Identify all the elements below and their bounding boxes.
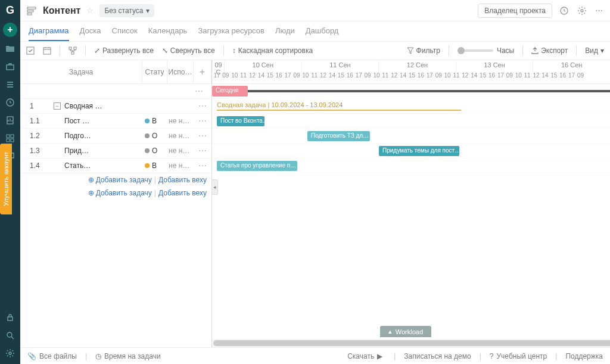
timeline-hour: 12 — [460, 72, 469, 84]
timeline-hour: 09 — [292, 72, 301, 84]
column-header-status[interactable]: Стату — [142, 60, 167, 83]
status-bar: 📎Все файлы | ◷Время на задачи Скачать ▶ … — [20, 347, 610, 364]
timeline-hour: 17 — [567, 72, 576, 84]
task-bar-prepare-brief[interactable]: Подготовить ТЗ дл… — [307, 131, 370, 141]
today-icon[interactable] — [43, 46, 51, 55]
zoom-slider[interactable]: Часы — [458, 46, 514, 55]
timeline-hour: 10 — [372, 72, 381, 84]
timeline-day: 09 С — [212, 60, 224, 72]
expand-all-button[interactable]: ⤢Развернуть все — [94, 46, 154, 55]
help-center-link[interactable]: ?Учебный центр — [490, 352, 547, 360]
briefcase-icon[interactable] — [4, 61, 16, 73]
add-task-link-1[interactable]: ⊕Добавить задачу — [88, 176, 152, 184]
add-milestone-link-1[interactable]: Добавить веху — [158, 176, 207, 184]
all-files-link[interactable]: 📎Все файлы — [27, 352, 77, 360]
search-icon[interactable] — [4, 329, 16, 341]
filter-icon — [407, 47, 414, 54]
task-bar-article[interactable]: Статья про управление п… — [217, 161, 297, 171]
add-milestone-link-2[interactable]: Добавить веху — [158, 189, 207, 197]
folder-icon[interactable] — [4, 43, 16, 55]
list-icon[interactable] — [4, 79, 16, 91]
project-summary-bar[interactable] — [248, 90, 610, 92]
add-task-link-2[interactable]: ⊕Добавить задачу — [88, 189, 152, 197]
select-all-icon[interactable] — [26, 46, 35, 55]
summary-task-dates: | 10.09.2024 - 13.09.2024 — [268, 101, 343, 108]
task-row[interactable]: 1.2 Подго… О не н… ⋯ — [20, 129, 211, 144]
project-status-dropdown[interactable]: Без статуса▾ — [99, 4, 154, 17]
grid-icon[interactable] — [4, 132, 16, 144]
collapse-toggle-icon[interactable]: − — [54, 102, 61, 110]
column-header-assignee[interactable]: Испо… — [167, 60, 194, 83]
task-name: Прид… — [54, 147, 89, 155]
status-cell[interactable]: В — [142, 161, 167, 170]
clock-icon[interactable] — [4, 97, 16, 108]
gantt-row: Статья про управление п… — [212, 158, 610, 173]
timeline-hour: 16 — [345, 72, 354, 84]
assignee-cell[interactable]: не н… — [167, 132, 194, 140]
cascade-sort-button[interactable]: ↕Каскадная сортировка — [232, 46, 313, 55]
add-column-button[interactable]: + — [194, 60, 211, 83]
tab-diagram[interactable]: Диаграмма — [29, 21, 69, 41]
assignee-cell[interactable]: не н… — [167, 117, 194, 125]
row-menu-icon[interactable]: ⋯ — [194, 146, 211, 155]
status-cell[interactable]: О — [142, 147, 167, 155]
row-menu-icon[interactable]: ⋯ — [190, 86, 208, 96]
download-link[interactable]: Скачать ▶ — [347, 352, 385, 360]
view-dropdown[interactable]: Вид▾ — [585, 46, 604, 55]
row-menu-icon[interactable]: ⋯ — [194, 116, 211, 126]
grid-collapse-handle[interactable]: ◂ — [212, 179, 218, 195]
tab-calendar[interactable]: Календарь — [148, 21, 188, 41]
row-menu-icon[interactable]: ⋯ — [194, 131, 211, 141]
lock-icon[interactable] — [4, 312, 16, 323]
time-tracking-link[interactable]: ◷Время на задачи — [95, 352, 161, 360]
support-link[interactable]: Поддержка — [565, 352, 603, 360]
horizontal-scrollbar[interactable] — [212, 339, 610, 347]
hierarchy-icon[interactable] — [69, 46, 77, 55]
tab-list[interactable]: Список — [112, 21, 138, 41]
workload-panel-toggle[interactable]: ▴Workload — [380, 326, 431, 337]
favorite-star-icon[interactable]: ☆ — [86, 6, 94, 15]
tab-board[interactable]: Доска — [80, 21, 101, 41]
assignee-cell[interactable]: не н… — [167, 147, 194, 155]
task-bar-think-topics[interactable]: Придумать темы для пост… — [379, 146, 459, 156]
filter-button[interactable]: Фильтр — [407, 46, 440, 55]
task-row[interactable]: 1 −Сводная … ⋯ — [20, 99, 211, 114]
status-cell[interactable]: О — [142, 132, 167, 140]
assignee-cell[interactable]: не н… — [167, 161, 194, 170]
collapse-all-button[interactable]: ⤡Свернуть все — [162, 46, 215, 55]
view-tabs: Диаграмма Доска Список Календарь Загрузк… — [20, 21, 610, 42]
task-bar-post-vk[interactable]: Пост во Вконта… — [217, 116, 264, 126]
settings-icon[interactable] — [576, 5, 588, 17]
project-owner-button[interactable]: Владелец проекта — [478, 4, 552, 18]
settings-rail-icon[interactable] — [4, 347, 16, 359]
report-icon[interactable] — [4, 114, 16, 126]
svg-point-9 — [9, 352, 11, 354]
android-icon: ▶ — [377, 352, 382, 360]
upgrade-account-button[interactable]: Улучшить аккаунт — [0, 144, 12, 214]
task-row[interactable]: 1.4 Стать… В не н… ⋯ — [20, 158, 211, 173]
timeline-hour: 14 — [328, 72, 337, 84]
summary-task-bar[interactable] — [217, 110, 461, 111]
timeline-hour: 14 — [256, 72, 265, 84]
status-cell[interactable]: В — [142, 117, 167, 125]
svg-rect-16 — [43, 48, 51, 54]
row-menu-icon[interactable]: ⋯ — [194, 161, 211, 170]
tab-workload[interactable]: Загрузка ресурсов — [198, 21, 264, 41]
column-header-task[interactable]: Задача — [20, 60, 142, 83]
book-demo-link[interactable]: Записаться на демо — [404, 352, 471, 360]
export-button[interactable]: Экспорт — [531, 46, 568, 55]
timeline-hour: 17 — [212, 72, 221, 84]
svg-rect-0 — [7, 65, 14, 70]
history-icon[interactable] — [558, 5, 570, 17]
task-row[interactable]: 1.3 Прид… О не н… ⋯ — [20, 144, 211, 158]
plus-circle-icon: ⊕ — [88, 176, 94, 184]
more-icon[interactable]: ⋯ — [594, 5, 604, 16]
timeline-hour: 15 — [478, 72, 487, 84]
tab-people[interactable]: Люди — [275, 21, 295, 41]
task-name: Стать… — [54, 161, 91, 170]
timeline-hour: 15 — [336, 72, 345, 84]
tab-dashboard[interactable]: Дашборд — [306, 21, 339, 41]
task-row[interactable]: 1.1 Пост … В не н… ⋯ — [20, 114, 211, 129]
row-menu-icon[interactable]: ⋯ — [194, 101, 211, 111]
create-button[interactable]: + — [3, 23, 17, 37]
